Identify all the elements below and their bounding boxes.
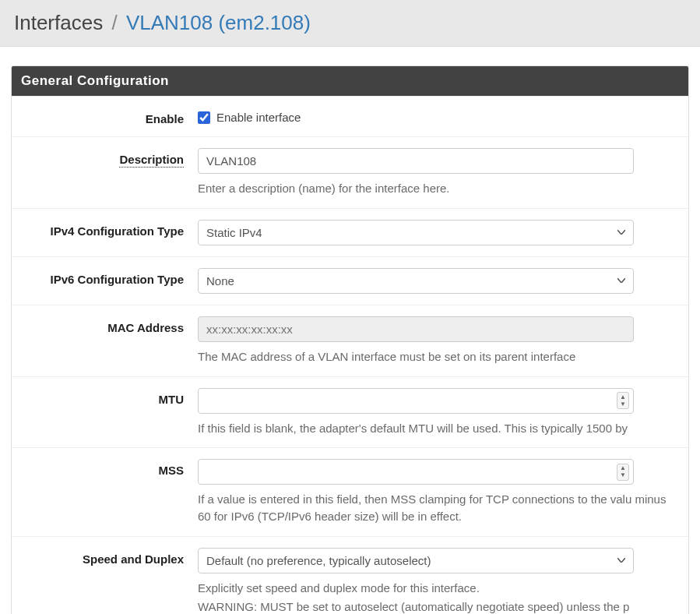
mss-stepper-icon[interactable] <box>617 464 629 481</box>
speed-duplex-select[interactable]: Default (no preference, typically autose… <box>198 548 634 573</box>
general-config-panel: General Configuration Enable Enable inte… <box>11 65 689 614</box>
mtu-stepper-icon[interactable] <box>617 392 629 409</box>
label-mac: MAC Address <box>23 316 198 334</box>
row-ipv6-type: IPv6 Configuration Type None <box>12 256 688 305</box>
breadcrumb-sep: / <box>111 11 117 34</box>
ipv4-type-select[interactable]: Static IPv4 <box>198 220 634 245</box>
label-ipv4-type: IPv4 Configuration Type <box>23 220 198 238</box>
row-enable: Enable Enable interface <box>12 96 688 136</box>
mss-help: If a value is entered in this field, the… <box>198 491 677 525</box>
row-mac: MAC Address The MAC address of a VLAN in… <box>12 305 688 376</box>
description-help: Enter a description (name) for the inter… <box>198 180 677 197</box>
enable-checkbox-label[interactable]: Enable interface <box>198 108 677 124</box>
description-input[interactable] <box>198 148 634 174</box>
label-mtu: MTU <box>23 388 198 406</box>
ipv6-type-select[interactable]: None <box>198 268 634 294</box>
enable-checkbox-text: Enable interface <box>216 111 301 124</box>
label-enable: Enable <box>23 108 198 125</box>
row-mtu: MTU If this field is blank, the adapter'… <box>12 376 688 448</box>
label-ipv6-type: IPv6 Configuration Type <box>23 268 198 286</box>
mtu-input[interactable] <box>198 388 634 414</box>
breadcrumb-current-link[interactable]: VLAN108 (em2.108) <box>126 11 311 34</box>
breadcrumb: Interfaces / VLAN108 (em2.108) <box>0 0 700 47</box>
breadcrumb-root: Interfaces <box>14 11 103 34</box>
label-mss: MSS <box>23 459 198 477</box>
row-description: Description Enter a description (name) f… <box>12 136 688 208</box>
mss-input[interactable] <box>198 459 634 485</box>
mac-help: The MAC address of a VLAN interface must… <box>198 348 677 365</box>
label-description: Description <box>23 148 198 166</box>
mac-input <box>198 316 634 342</box>
panel-heading: General Configuration <box>12 66 688 96</box>
label-speed-duplex: Speed and Duplex <box>23 548 198 566</box>
enable-checkbox[interactable] <box>198 111 210 124</box>
mtu-help: If this field is blank, the adapter's de… <box>198 420 677 437</box>
speed-help-1: Explicitly set speed and duplex mode for… <box>198 580 677 597</box>
row-ipv4-type: IPv4 Configuration Type Static IPv4 <box>12 208 688 256</box>
row-speed-duplex: Speed and Duplex Default (no preference,… <box>12 536 688 614</box>
row-mss: MSS If a value is entered in this field,… <box>12 447 688 536</box>
speed-help-2: WARNING: MUST be set to autoselect (auto… <box>198 598 677 615</box>
